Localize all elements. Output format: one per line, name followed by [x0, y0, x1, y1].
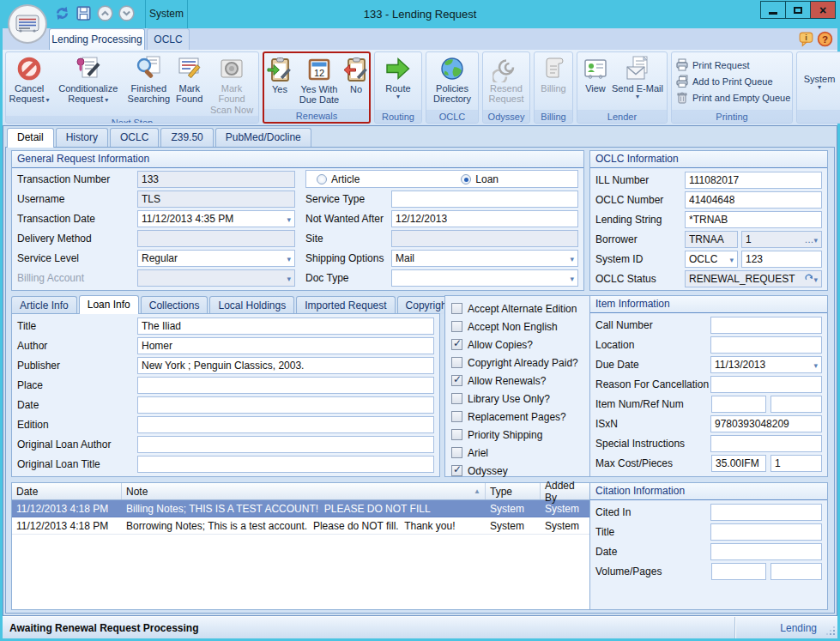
site-field[interactable]: [391, 230, 578, 247]
route-button[interactable]: Route ▾: [378, 54, 419, 110]
note-row[interactable]: 11/12/2013 4:18 PM Borrowing Notes; This…: [12, 517, 590, 535]
finished-searching-button[interactable]: Finished Searching: [124, 54, 172, 116]
due-date-field[interactable]: 11/13/2013: [710, 356, 822, 373]
oclc-status-field[interactable]: RENEWAL_REQUEST: [685, 270, 822, 287]
location-field[interactable]: [710, 336, 822, 354]
special-instructions-field[interactable]: [710, 435, 822, 452]
transaction-date-field[interactable]: 11/12/2013 4:35 PM: [137, 210, 295, 227]
lending-string-field[interactable]: *TRNAB: [685, 211, 822, 228]
view-lender-button[interactable]: View: [580, 54, 611, 110]
policies-directory-button[interactable]: Policies Directory: [428, 54, 476, 110]
renew-yes-button[interactable]: Yes: [266, 55, 293, 109]
previous-request-icon[interactable]: [96, 4, 114, 22]
cited-in-field[interactable]: [710, 504, 822, 521]
chevron-down-icon[interactable]: [570, 252, 574, 264]
resize-grip[interactable]: [824, 617, 837, 638]
publisher-field[interactable]: New York ; Penguin Classics, 2003.: [137, 357, 434, 374]
place-field[interactable]: [137, 377, 434, 394]
help-icon[interactable]: ?: [817, 31, 833, 51]
column-header-type[interactable]: Type: [486, 483, 541, 499]
checkbox-accept-non-english[interactable]: Accept Non English: [445, 317, 590, 336]
column-header-added-by[interactable]: Added By: [541, 483, 590, 499]
checkbox-allow-renewals[interactable]: Allow Renewals?: [445, 372, 590, 390]
chevron-down-icon[interactable]: [570, 272, 574, 284]
chevron-down-icon[interactable]: [813, 359, 818, 371]
chevron-down-icon[interactable]: [287, 213, 291, 225]
ill-number-field[interactable]: 111082017: [685, 172, 822, 189]
checkbox-accept-alternate-edition[interactable]: Accept Alternate Edition: [445, 299, 590, 317]
title-field[interactable]: The Iliad: [137, 317, 434, 335]
checkbox-odyssey[interactable]: Odyssey: [445, 462, 590, 480]
username-field[interactable]: TLS: [137, 190, 295, 208]
max-cost-field[interactable]: 35.00IFM: [711, 455, 766, 472]
checkbox-copyright-already-paid[interactable]: Copyright Already Paid?: [445, 354, 590, 372]
transaction-number-field[interactable]: 133: [137, 171, 295, 188]
tab-oclc[interactable]: OCLC: [147, 28, 190, 50]
system-button[interactable]: System ▾: [798, 54, 840, 110]
note-row[interactable]: 11/12/2013 4:18 PM Billing Notes; THIS I…: [12, 500, 590, 517]
maximize-button[interactable]: [785, 1, 811, 19]
chevron-down-icon[interactable]: [729, 253, 734, 265]
delivery-method-field[interactable]: [137, 230, 295, 247]
minimize-button[interactable]: [760, 1, 786, 19]
tab-local-holdings[interactable]: Local Holdings: [209, 296, 294, 314]
tab-collections[interactable]: Collections: [141, 296, 208, 314]
mark-found-button[interactable]: Mark Found: [172, 54, 206, 116]
not-wanted-after-field[interactable]: 12/12/2013: [391, 210, 578, 227]
checkbox-priority-shipping[interactable]: Priority Shipping: [445, 426, 590, 444]
pages-field[interactable]: [771, 563, 822, 580]
renew-yes-with-due-date-button[interactable]: 12 Yes With Due Date: [293, 55, 345, 109]
original-loan-author-field[interactable]: [137, 436, 434, 453]
cancel-request-button[interactable]: Cancel Request: [7, 54, 51, 116]
call-number-field[interactable]: [710, 317, 822, 334]
add-to-print-queue-button[interactable]: Add to Print Queue: [675, 75, 789, 88]
citation-date-field[interactable]: [710, 543, 822, 560]
checkbox-replacement-pages[interactable]: Replacement Pages?: [445, 408, 590, 426]
info-bubble-icon[interactable]: i: [798, 31, 814, 51]
chevron-down-icon[interactable]: [287, 252, 291, 264]
tab-z3950[interactable]: Z39.50: [160, 128, 213, 147]
refresh-status-icon[interactable]: [804, 273, 818, 285]
borrower-sequence-field[interactable]: 1…: [741, 231, 822, 248]
system-id-number-field[interactable]: 123: [741, 251, 822, 268]
app-icon[interactable]: [8, 4, 47, 44]
tab-imported-request[interactable]: Imported Request: [296, 296, 395, 314]
ref-num-field[interactable]: [771, 396, 822, 413]
tab-article-info[interactable]: Article Info: [11, 296, 77, 314]
checkbox-library-use-only[interactable]: Library Use Only?: [445, 390, 590, 408]
sync-icon[interactable]: [53, 4, 71, 22]
column-header-note[interactable]: Note▲: [122, 483, 486, 499]
next-request-icon[interactable]: [118, 4, 136, 22]
conditionalize-request-button[interactable]: Conditionalize Request: [51, 54, 124, 116]
isxn-field[interactable]: 9780393048209: [710, 415, 822, 432]
column-header-date[interactable]: Date: [12, 483, 122, 499]
tab-lending-processing[interactable]: Lending Processing: [49, 28, 145, 50]
checkbox-ariel[interactable]: Ariel: [445, 444, 590, 462]
shipping-options-select[interactable]: Mail: [391, 250, 578, 267]
volume-field[interactable]: [711, 563, 766, 580]
close-button[interactable]: ×: [810, 1, 836, 19]
service-type-field[interactable]: [391, 190, 578, 208]
send-email-button[interactable]: Send E-Mail ▾: [611, 54, 664, 110]
oclc-number-field[interactable]: 41404648: [685, 191, 822, 209]
ellipsis-button[interactable]: …: [804, 234, 818, 245]
author-field[interactable]: Homer: [137, 337, 434, 354]
pieces-field[interactable]: 1: [771, 455, 822, 472]
system-menu-tab[interactable]: System: [145, 0, 188, 28]
print-request-button[interactable]: Print Request: [675, 58, 789, 72]
item-num-field[interactable]: [711, 396, 766, 413]
original-loan-title-field[interactable]: [137, 456, 434, 473]
tab-oclc-detail[interactable]: OCLC: [110, 128, 159, 147]
renew-no-button[interactable]: No: [345, 55, 367, 109]
borrower-field[interactable]: TRNAA: [685, 231, 738, 248]
radio-loan[interactable]: Loan: [461, 173, 499, 185]
tab-detail[interactable]: Detail: [7, 128, 54, 148]
print-and-empty-queue-button[interactable]: Print and Empty Queue: [675, 91, 789, 105]
edition-field[interactable]: [137, 416, 434, 433]
radio-article[interactable]: Article: [317, 173, 360, 185]
save-icon[interactable]: [75, 4, 93, 22]
tab-history[interactable]: History: [56, 128, 108, 147]
date-field[interactable]: [137, 396, 434, 414]
system-id-select[interactable]: OCLC: [685, 251, 738, 268]
checkbox-allow-copies[interactable]: Allow Copies?: [445, 336, 590, 354]
